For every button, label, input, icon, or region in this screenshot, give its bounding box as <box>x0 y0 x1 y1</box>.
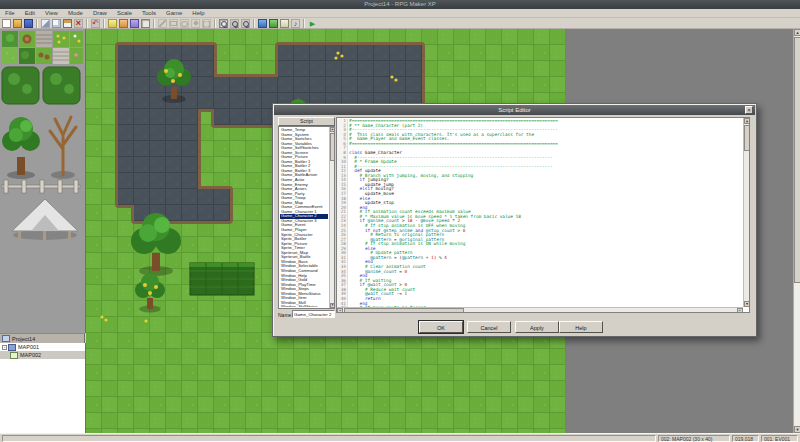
database-button[interactable] <box>258 19 267 28</box>
toolbar-separator <box>86 19 88 28</box>
rpg-maker-xp-window: Project14 - RPG Maker XP FileEditViewMod… <box>0 0 800 442</box>
code-text: 1#======================================… <box>337 119 743 307</box>
script-list-scrollbar[interactable]: ▲ ▼ <box>329 127 334 308</box>
toolbar-separator <box>153 19 155 28</box>
map-tree-item-map001[interactable]: -MAP001 <box>0 343 85 351</box>
script-list-rows: Game_TempGame_SystemGame_SwitchesGame_Va… <box>280 128 328 307</box>
scroll-up-icon[interactable]: ▲ <box>330 127 335 132</box>
map-icon <box>8 344 16 351</box>
paste-button[interactable] <box>63 19 72 28</box>
project-root[interactable]: Project14 <box>0 333 85 343</box>
cancel-button[interactable]: Cancel <box>467 321 511 333</box>
menu-file[interactable]: File <box>0 9 20 17</box>
open-project-button[interactable] <box>13 19 22 28</box>
code-editor[interactable]: 1#======================================… <box>336 117 750 313</box>
material-base-button[interactable] <box>269 19 278 28</box>
zoom-1-1-button[interactable] <box>219 19 228 28</box>
new-project-button[interactable] <box>2 19 11 28</box>
layer-2-button[interactable] <box>119 19 128 28</box>
ellipse-button <box>180 19 189 28</box>
project-root-label: Project14 <box>12 334 35 344</box>
scroll-right-icon[interactable]: ► <box>737 308 743 313</box>
menu-tools[interactable]: Tools <box>137 9 161 17</box>
menu-help[interactable]: Help <box>187 9 209 17</box>
status-event-info: 001: EV001 <box>761 435 798 442</box>
help-button[interactable]: Help <box>559 321 603 333</box>
menu-edit[interactable]: Edit <box>20 9 40 17</box>
cut-button[interactable] <box>41 19 50 28</box>
menu-game[interactable]: Game <box>161 9 187 17</box>
script-editor-dialog: Script Editor × Script Game_TempGame_Sys… <box>272 103 757 337</box>
script-list-header: Script <box>278 117 335 126</box>
toolbar-separator <box>214 19 216 28</box>
undo-button[interactable] <box>91 19 100 28</box>
delete-button[interactable] <box>74 19 83 28</box>
script-name-input[interactable] <box>292 310 335 318</box>
map-tree-label: MAP001 <box>18 343 39 351</box>
code-vertical-scrollbar[interactable]: ▲ ▼ <box>743 118 749 307</box>
toolbar-separator <box>103 19 105 28</box>
hedge-sprite <box>190 263 254 295</box>
script-name-label: Name: <box>278 312 293 318</box>
dialog-title: Script Editor <box>498 107 531 113</box>
select-button <box>202 19 211 28</box>
toolbar <box>0 18 800 29</box>
tileset-palette[interactable] <box>0 29 86 333</box>
zoom-1-4-button[interactable] <box>241 19 250 28</box>
script-item[interactable]: Window_SkillStatus <box>280 305 328 307</box>
sound-test-button[interactable] <box>291 19 300 28</box>
tileset-image <box>0 29 85 333</box>
ok-button[interactable]: OK <box>419 321 463 333</box>
close-icon[interactable]: × <box>745 106 753 114</box>
menu-bar: FileEditViewModeDrawScaleToolsGameHelp <box>0 9 800 18</box>
menu-mode[interactable]: Mode <box>63 9 88 17</box>
copy-button[interactable] <box>52 19 61 28</box>
script-list: Game_TempGame_SystemGame_SwitchesGame_Va… <box>278 126 335 309</box>
scroll-left-icon[interactable]: ◄ <box>337 308 343 313</box>
code-line-text: #=======================================… <box>348 142 558 147</box>
menu-draw[interactable]: Draw <box>88 9 112 17</box>
scrollbar-thumb[interactable] <box>744 125 750 151</box>
playtest-button[interactable] <box>308 19 317 28</box>
layer-1-button[interactable] <box>108 19 117 28</box>
save-project-button[interactable] <box>24 19 33 28</box>
zoom-1-2-button[interactable] <box>230 19 239 28</box>
scrollbar-thumb[interactable] <box>794 37 800 283</box>
code-horizontal-scrollbar[interactable]: ◄ ► <box>337 307 743 312</box>
map-vertical-scrollbar[interactable]: ▲ ▼ <box>793 29 800 433</box>
flood-fill-button <box>191 19 200 28</box>
status-bar: 002: MAP002 (30 x 40) 019,018 001: EV001 <box>0 433 800 442</box>
map-tree-item-map002[interactable]: MAP002 <box>0 351 85 359</box>
event-layer-button[interactable] <box>141 19 150 28</box>
scroll-up-icon[interactable]: ▲ <box>794 29 800 36</box>
status-message <box>2 435 656 442</box>
script-editor-button[interactable] <box>280 19 289 28</box>
menu-view[interactable]: View <box>40 9 63 17</box>
scroll-down-icon[interactable]: ▼ <box>744 301 750 307</box>
rectangle-button <box>169 19 178 28</box>
scrollbar-thumb[interactable] <box>344 308 464 313</box>
map-tree: -MAP001MAP002 <box>0 343 86 433</box>
dialog-title-bar[interactable]: Script Editor × <box>274 105 755 115</box>
tree-expander-icon[interactable]: - <box>2 345 7 350</box>
scroll-down-icon[interactable]: ▼ <box>330 303 335 308</box>
menu-scale[interactable]: Scale <box>112 9 137 17</box>
layer-3-button[interactable] <box>130 19 139 28</box>
project-icon <box>2 335 10 342</box>
scroll-up-icon[interactable]: ▲ <box>744 118 750 124</box>
scroll-down-icon[interactable]: ▼ <box>794 426 800 433</box>
status-coordinates: 019,018 <box>732 435 759 442</box>
toolbar-separator <box>36 19 38 28</box>
scrollbar-thumb[interactable] <box>330 133 335 161</box>
pencil-button <box>158 19 167 28</box>
title-bar: Project14 - RPG Maker XP <box>0 0 800 9</box>
status-map-info: 002: MAP002 (30 x 40) <box>658 435 730 442</box>
apply-button[interactable]: Apply <box>515 321 559 333</box>
map-tree-label: MAP002 <box>20 351 41 359</box>
map-icon <box>10 352 18 359</box>
toolbar-separator <box>253 19 255 28</box>
toolbar-separator <box>303 19 305 28</box>
window-title: Project14 - RPG Maker XP <box>364 1 436 7</box>
